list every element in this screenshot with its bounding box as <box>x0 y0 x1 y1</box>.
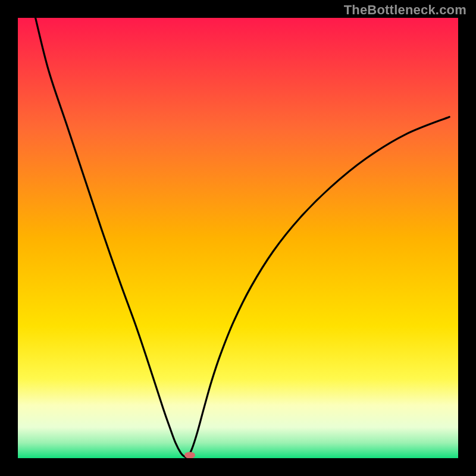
bottleneck-curve <box>36 18 450 458</box>
line-chart <box>18 18 458 458</box>
optimal-point-marker <box>184 452 195 458</box>
chart-frame: TheBottleneck.com <box>0 0 476 476</box>
plot-area <box>18 18 458 458</box>
watermark-text: TheBottleneck.com <box>344 2 466 18</box>
